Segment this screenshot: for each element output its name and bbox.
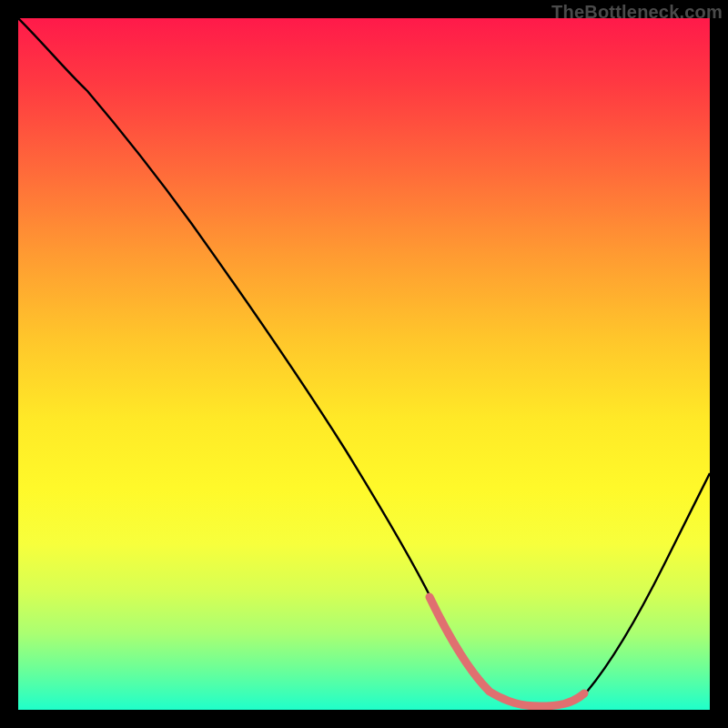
- chart-stage: TheBottleneck.com: [0, 0, 728, 728]
- bottleneck-curve: [18, 18, 710, 706]
- watermark-text: TheBottleneck.com: [551, 2, 723, 23]
- plot-area: [18, 18, 710, 710]
- curve-layer: [18, 18, 710, 710]
- highlight-flat-region: [430, 597, 584, 706]
